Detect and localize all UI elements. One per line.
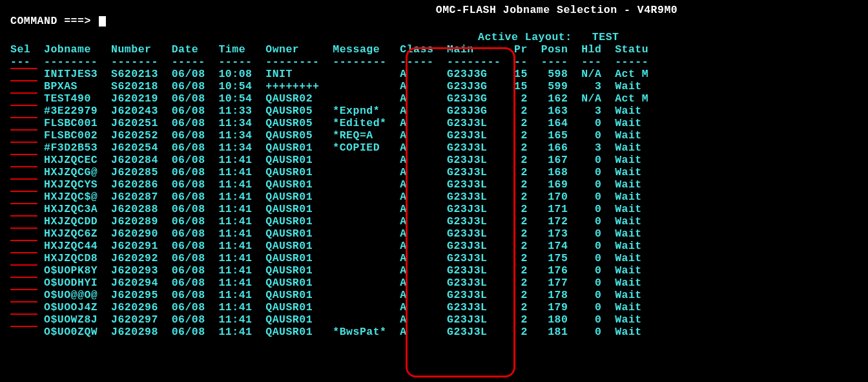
sel-input[interactable] — [10, 68, 37, 69]
sel-input[interactable] — [10, 178, 37, 180]
sel-input[interactable] — [10, 154, 37, 155]
sel-input[interactable] — [10, 264, 37, 266]
sel-input[interactable] — [10, 142, 37, 143]
sel-input[interactable] — [10, 129, 37, 131]
command-line[interactable]: COMMAND ===> — [0, 15, 868, 27]
sel-input[interactable] — [10, 80, 37, 81]
sel-input[interactable] — [10, 191, 37, 192]
job-table: Sel Jobname Number Date Time Owner Messa… — [10, 43, 868, 338]
sel-input[interactable] — [10, 326, 37, 327]
sel-input[interactable] — [10, 203, 37, 204]
sel-input[interactable] — [10, 105, 37, 106]
sel-input[interactable] — [10, 277, 37, 278]
command-label: COMMAND ===> — [10, 15, 91, 27]
sel-input[interactable] — [10, 240, 37, 241]
sel-input[interactable] — [10, 166, 37, 167]
sel-input[interactable] — [10, 117, 37, 118]
sel-input[interactable] — [10, 215, 37, 217]
cursor-icon — [99, 16, 106, 27]
sel-input[interactable] — [10, 228, 37, 229]
sel-input[interactable] — [10, 301, 37, 302]
sel-input[interactable] — [10, 289, 37, 290]
active-layout-label: Active Layout: — [478, 31, 572, 43]
active-layout-value: TEST — [592, 31, 619, 43]
sel-input[interactable] — [10, 252, 37, 253]
sel-input[interactable] — [10, 313, 37, 315]
active-layout: Active Layout: TEST — [0, 31, 868, 43]
sel-input[interactable] — [10, 92, 37, 94]
